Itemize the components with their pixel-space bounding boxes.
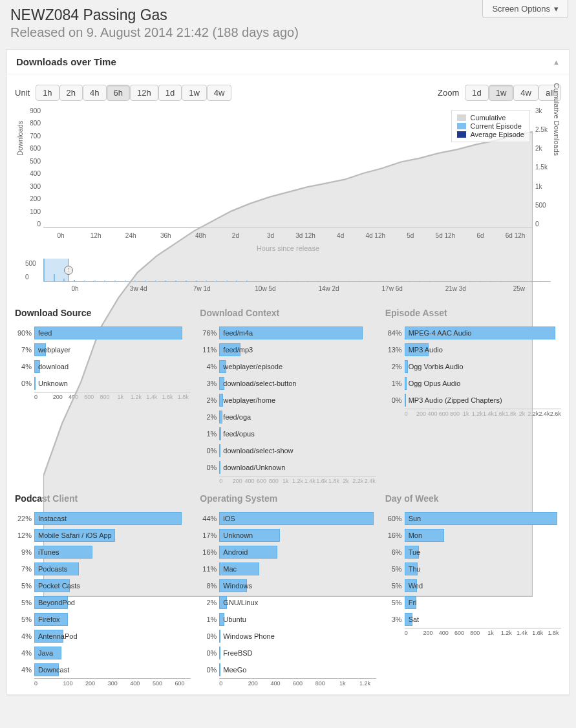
unit-button-12h[interactable]: 12h [130,85,158,101]
hbar-row: 4%Downcast [15,661,191,678]
mini-chart-title: Podcast Client [15,493,191,504]
hbar-label: Pocket Casts [38,582,80,590]
hbar-percent: 4% [200,363,219,370]
hbar-label: Thu [409,565,421,573]
hbar-percent: 3% [200,380,219,387]
hbar-row: 11%Mac [200,561,376,577]
hbar-row: 5%Firefox [15,611,191,628]
hbar-row: 5%Fri [385,594,561,611]
hbar-row: 60%Sun [385,510,561,527]
hbar-label: webplayer/episode [223,363,283,370]
hbar-label: AntennaPod [38,632,78,640]
hbar-percent: 0% [200,632,219,640]
hbar-label: Downcast [38,666,69,674]
hbar-row: 4%Java [15,645,191,661]
screen-options-button[interactable]: Screen Options ▾ [482,0,568,18]
hbar-label: Sat [409,616,420,623]
unit-button-1h[interactable]: 1h [36,85,59,101]
hbar-label: Instacast [38,515,67,522]
hbar-percent: 2% [200,396,219,404]
hbar-row: 5%Thu [385,561,561,577]
hbar-label: Ogg Opus Audio [409,380,461,387]
hbar-percent: 76% [200,329,219,337]
hbar-row: 1%feed/opus [200,425,376,442]
legend-swatch-current [457,123,466,129]
zoom-button-1d[interactable]: 1d [465,85,488,101]
hbar-row: 2%feed/oga [200,409,376,425]
hbar-percent: 16% [200,548,219,556]
hbar-label: Mac [223,565,237,573]
hbar-row: 0%MP3 Audio (Zipped Chapters) [385,392,561,409]
legend-swatch-cumulative [457,114,466,121]
panel-header[interactable]: Downloads over Time ▲ [7,50,569,74]
hbar-percent: 2% [385,363,405,370]
hbar-row: 90%feed [15,325,191,341]
hbar-percent: 8% [200,582,219,590]
hbar-row: 9%iTunes [15,544,191,561]
hbar-label: download/select-button [223,380,296,387]
hbar-percent: 90% [15,329,34,337]
hbar-label: Sun [409,515,421,522]
hbar-row: 3%Sat [385,611,561,628]
downloads-panel: Downloads over Time ▲ Unit 1h2h4h6h12h1d… [6,49,570,695]
hbar-percent: 2% [200,599,219,606]
unit-button-4w[interactable]: 4w [207,85,232,101]
hbar-percent: 16% [385,531,405,539]
hbar-percent: 9% [15,548,34,556]
hbar-percent: 11% [200,346,219,354]
hbar-percent: 13% [385,346,405,354]
hbar-percent: 4% [15,649,34,657]
hbar-percent: 1% [200,616,219,623]
hbar-percent: 4% [15,363,34,370]
time-navigator[interactable]: 500 0 ⋮ 0h3w 4d7w 1d10w 5d14w 2d17w 6d21… [20,259,556,292]
hbar-row: 1%Ubuntu [200,611,376,628]
hbar-row: 22%Instacast [15,510,191,527]
hbar-bar [219,630,220,643]
hbar-label: MPEG-4 AAC Audio [409,329,472,337]
hbar-bar [219,663,220,676]
hbar-label: Unknown [38,380,68,387]
downloads-over-time-chart: Downloads Cumulative Downloads 900800700… [20,107,556,243]
unit-button-4h[interactable]: 4h [83,85,106,101]
hbar-row: 13%MP3 Audio [385,341,561,358]
hbar-label: FreeBSD [223,649,252,657]
hbar-percent: 12% [15,531,34,539]
hbar-row: 0%download/select-show [200,442,376,459]
screen-options-label: Screen Options [492,4,550,14]
unit-button-6h[interactable]: 6h [107,85,130,101]
mini-chart: Download Context76%feed/m4a11%feed/mp34%… [200,304,376,484]
hbar-percent: 17% [200,531,219,539]
mini-chart-title: Download Source [15,308,191,318]
hbar-label: Firefox [38,616,60,623]
hbar-label: iTunes [38,548,59,556]
zoom-button-4w[interactable]: 4w [513,85,539,101]
mini-chart: Operating System44%iOS17%Unknown16%Andro… [200,489,376,687]
mini-chart-title: Operating System [200,493,376,504]
unit-button-1w[interactable]: 1w [182,85,207,101]
hbar-label: Fri [409,599,417,606]
mini-chart-title: Download Context [200,308,376,318]
zoom-label: Zoom [438,88,459,98]
hbar-percent: 4% [15,632,34,640]
brush-grip-icon[interactable]: ⋮ [64,266,73,275]
mini-chart: Podcast Client22%Instacast12%Mobile Safa… [15,489,191,687]
hbar-row: 17%Unknown [200,527,376,544]
unit-button-1d[interactable]: 1d [158,85,182,101]
chart-legend: Cumulative Current Episode Average Episo… [451,110,530,142]
hbar-row: 4%AntennaPod [15,628,191,645]
hbar-row: 5%Pocket Casts [15,577,191,594]
brush-selection[interactable]: ⋮ [43,259,69,281]
hbar-row: 1%Ogg Opus Audio [385,375,561,392]
hbar-label: Windows [223,582,252,590]
hbar-label: GNU/Linux [223,599,258,606]
zoom-button-1w[interactable]: 1w [489,85,514,101]
hbar-row: 3%download/select-button [200,375,376,392]
hbar-bar [219,647,220,659]
mini-chart-title: Day of Week [385,493,561,504]
hbar-bar [219,427,221,440]
hbar-label: Mon [409,531,422,539]
y-axis-right-label: Cumulative Downloads [552,83,560,156]
hbar-row: 8%Windows [200,577,376,594]
unit-button-2h[interactable]: 2h [59,85,83,101]
hbar-percent: 5% [15,599,34,606]
